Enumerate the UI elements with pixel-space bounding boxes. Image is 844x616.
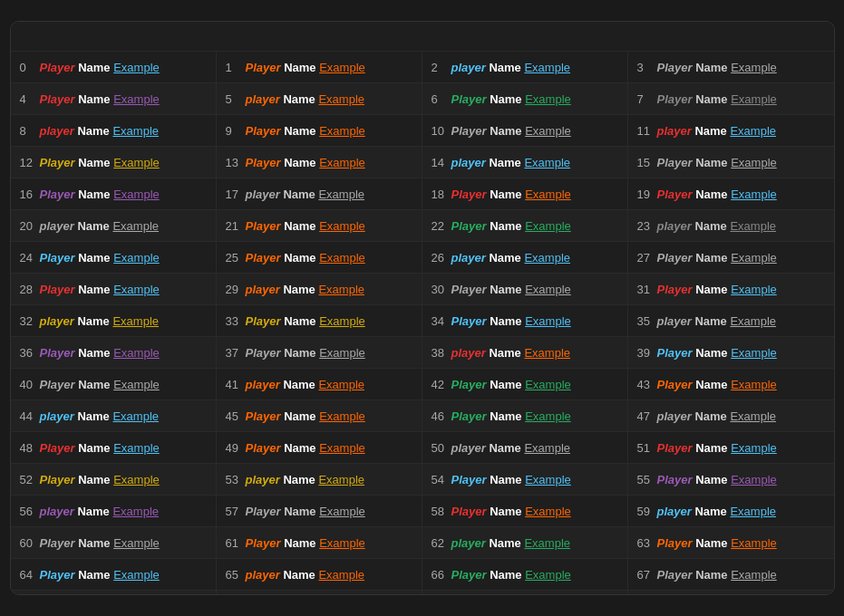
example-word: Example	[318, 473, 364, 486]
name-word: Name	[78, 568, 113, 582]
score-cell: 8 player Name Example	[11, 115, 217, 146]
player-word: player	[657, 505, 695, 518]
score-cell: 45 Player Name Example	[217, 400, 422, 431]
score-row: 40 Player Name Example41 player Name Exa…	[11, 368, 834, 399]
cell-number: 52	[20, 473, 40, 486]
score-cell: 60 Player Name Example	[11, 527, 217, 558]
cell-number: 5	[226, 92, 246, 106]
cell-number: 60	[20, 536, 40, 550]
score-cell: 54 Player Name Example	[422, 464, 628, 495]
name-word: Name	[77, 124, 112, 138]
cell-number: 34	[432, 314, 451, 328]
score-cell: 24 Player Name Example	[11, 242, 217, 273]
cell-number: 47	[637, 409, 657, 423]
example-word: Example	[318, 378, 364, 391]
cell-number: 35	[637, 314, 657, 328]
name-word: Name	[283, 378, 318, 391]
score-row: 0 Player Name Example1 Player Name Examp…	[11, 51, 834, 82]
score-row: 64 Player Name Example65 player Name Exa…	[11, 558, 834, 590]
score-cell: 33 Player Name Example	[217, 305, 422, 336]
score-cell: 36 Player Name Example	[11, 337, 217, 368]
cell-number: 54	[432, 473, 451, 486]
example-word: Example	[524, 251, 570, 265]
name-word: Name	[78, 61, 113, 74]
scoreboard-body[interactable]: 0 Player Name Example1 Player Name Examp…	[11, 51, 834, 594]
score-row: 28 Player Name Example29 player Name Exa…	[11, 273, 834, 304]
player-word: player	[246, 378, 284, 391]
player-word: Player	[40, 473, 79, 486]
cell-number: 3	[637, 61, 657, 74]
score-cell: 42 Player Name Example	[422, 369, 628, 399]
player-word: player	[657, 409, 695, 423]
score-cell: 62 player Name Example	[422, 527, 628, 558]
score-cell: 71 player Name Example	[628, 591, 834, 594]
example-word: Example	[731, 378, 777, 391]
cell-number: 65	[226, 568, 246, 582]
cell-number: 31	[637, 283, 657, 296]
score-row: 52 Player Name Example53 player Name Exa…	[11, 463, 834, 495]
score-row: 44 player Name Example45 Player Name Exa…	[11, 399, 834, 431]
example-word: Example	[731, 568, 777, 582]
example-word: Example	[525, 314, 571, 328]
player-word: Player	[657, 251, 696, 265]
player-word: Player	[40, 346, 79, 360]
cell-number: 13	[226, 156, 246, 169]
name-word: Name	[489, 251, 524, 265]
name-word: Name	[694, 314, 730, 328]
name-word: Name	[283, 473, 318, 486]
example-word: Example	[113, 536, 160, 550]
cell-number: 66	[432, 568, 451, 582]
player-word: player	[246, 283, 284, 296]
player-word: player	[246, 188, 284, 201]
score-cell: 68 player Name Example	[11, 591, 217, 594]
score-cell: 31 Player Name Example	[628, 274, 834, 304]
cell-number: 6	[432, 92, 451, 106]
score-cell: 59 player Name Example	[628, 496, 834, 526]
player-word: Player	[657, 346, 696, 360]
player-word: player	[40, 409, 78, 423]
example-word: Example	[112, 219, 159, 233]
example-word: Example	[319, 156, 365, 169]
cell-number: 19	[637, 188, 657, 201]
player-word: Player	[40, 536, 79, 550]
cell-number: 44	[20, 409, 40, 423]
player-word: Player	[40, 92, 79, 106]
player-word: player	[451, 156, 490, 169]
score-row: 24 Player Name Example25 Player Name Exa…	[11, 241, 834, 273]
name-word: Name	[78, 251, 113, 265]
example-word: Example	[731, 441, 777, 455]
example-word: Example	[319, 124, 365, 138]
name-word: Name	[489, 156, 524, 169]
cell-number: 46	[432, 409, 451, 423]
name-word: Name	[490, 314, 525, 328]
example-word: Example	[525, 124, 571, 138]
score-cell: 0 Player Name Example	[11, 52, 217, 82]
score-row: 48 Player Name Example49 Player Name Exa…	[11, 431, 834, 463]
example-word: Example	[730, 409, 776, 423]
cell-number: 9	[226, 124, 246, 138]
example-word: Example	[524, 61, 570, 74]
example-word: Example	[319, 505, 365, 518]
cell-number: 55	[637, 473, 657, 486]
cell-number: 29	[226, 283, 246, 296]
name-word: Name	[695, 251, 731, 265]
score-cell: 4 Player Name Example	[11, 83, 217, 114]
player-word: player	[246, 92, 284, 106]
score-cell: 14 player Name Example	[422, 147, 628, 178]
cell-number: 59	[637, 505, 657, 518]
example-word: Example	[112, 124, 159, 138]
player-word: Player	[451, 505, 490, 518]
score-cell: 50 player Name Example	[422, 432, 628, 463]
player-word: Player	[246, 409, 285, 423]
name-word: Name	[284, 409, 319, 423]
name-word: Name	[284, 124, 319, 138]
cell-number: 63	[637, 536, 657, 550]
name-word: Name	[695, 378, 731, 391]
cell-number: 53	[226, 473, 246, 486]
example-word: Example	[113, 283, 160, 296]
cell-number: 18	[432, 188, 451, 201]
player-word: player	[657, 219, 695, 233]
player-word: Player	[451, 219, 490, 233]
name-word: Name	[78, 378, 113, 391]
name-word: Name	[489, 61, 524, 74]
